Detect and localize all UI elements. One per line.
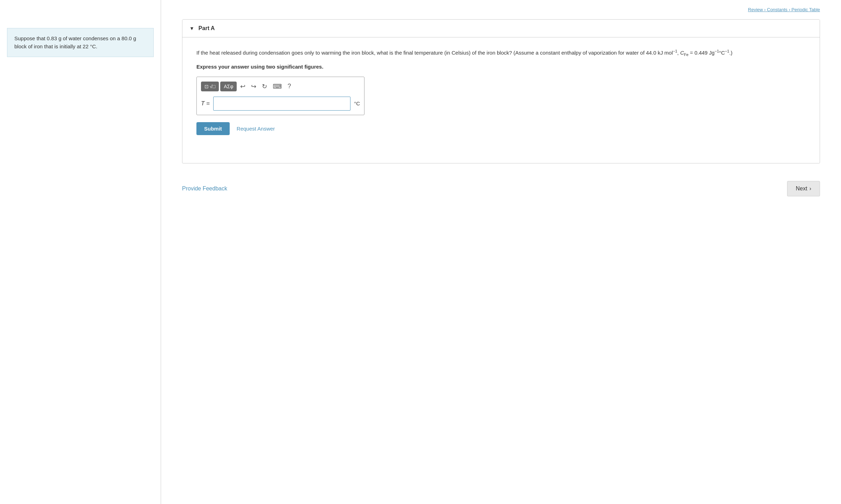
redo-button[interactable]: ↪ xyxy=(249,81,258,92)
problem-statement-text: Suppose that 0.83 g of water condenses o… xyxy=(14,35,136,49)
question-text: If the heat released during condensation… xyxy=(196,48,806,58)
collapse-arrow-icon: ▼ xyxy=(189,26,194,31)
request-answer-link[interactable]: Request Answer xyxy=(237,126,275,132)
submit-button[interactable]: Submit xyxy=(196,122,230,135)
keyboard-button[interactable]: ⌨ xyxy=(271,81,284,92)
math-variable-label: T = xyxy=(201,100,210,107)
provide-feedback-text: Provide Feedback xyxy=(182,186,227,191)
unit-label: °C xyxy=(354,100,360,106)
reset-button[interactable]: ↻ xyxy=(260,81,269,92)
bottom-bar: Provide Feedback Next › xyxy=(182,174,820,196)
answer-input[interactable] xyxy=(213,97,350,111)
fraction-sqrt-icon: ⊡ xyxy=(204,84,209,89)
help-button[interactable]: ? xyxy=(285,81,293,91)
express-instruction: Express your answer using two significan… xyxy=(196,64,806,70)
action-row: Submit Request Answer xyxy=(196,122,806,135)
reset-icon: ↻ xyxy=(262,83,267,90)
help-icon: ? xyxy=(287,83,291,90)
next-label: Next xyxy=(796,186,807,192)
undo-icon: ↩ xyxy=(240,83,245,90)
redo-icon: ↪ xyxy=(251,83,256,90)
breadcrumb-text: Review › Constants › Periodic Table xyxy=(748,7,820,12)
part-a-header[interactable]: ▼ Part A xyxy=(182,20,820,37)
fraction-sqrt-button[interactable]: ⊡ √□ xyxy=(201,82,219,91)
next-chevron-icon: › xyxy=(809,186,811,192)
right-panel: Review › Constants › Periodic Table ▼ Pa… xyxy=(161,0,841,504)
provide-feedback-link[interactable]: Provide Feedback xyxy=(182,186,227,192)
request-answer-text: Request Answer xyxy=(237,126,275,132)
math-input-row: T = °C xyxy=(201,97,360,111)
page-layout: Suppose that 0.83 g of water condenses o… xyxy=(0,0,841,504)
part-a-content: If the heat released during condensation… xyxy=(182,37,820,163)
undo-button[interactable]: ↩ xyxy=(238,81,248,92)
keyboard-icon: ⌨ xyxy=(273,83,282,90)
problem-statement: Suppose that 0.83 g of water condenses o… xyxy=(7,28,154,57)
part-a-section: ▼ Part A If the heat released during con… xyxy=(182,19,820,163)
sqrt-icon: √□ xyxy=(210,84,215,89)
greek-symbols-label: ΑΣφ xyxy=(224,84,233,89)
left-panel: Suppose that 0.83 g of water condenses o… xyxy=(0,0,161,504)
submit-label: Submit xyxy=(204,126,222,132)
math-editor: ⊡ √□ ΑΣφ ↩ ↪ ↻ xyxy=(196,77,364,115)
next-button[interactable]: Next › xyxy=(787,181,820,196)
part-a-label: Part A xyxy=(199,25,215,31)
greek-symbols-button[interactable]: ΑΣφ xyxy=(220,82,237,91)
breadcrumb: Review › Constants › Periodic Table xyxy=(182,7,820,12)
math-toolbar: ⊡ √□ ΑΣφ ↩ ↪ ↻ xyxy=(201,81,360,92)
